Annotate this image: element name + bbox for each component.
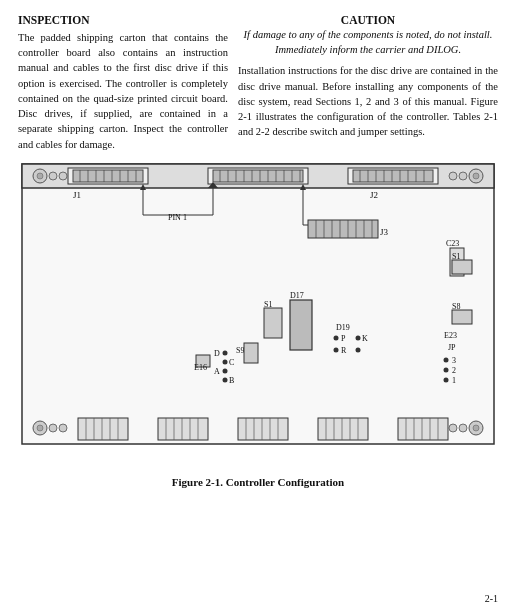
- pin1-label: PIN 1: [168, 213, 187, 222]
- svg-text:B: B: [229, 376, 234, 385]
- svg-text:R: R: [341, 346, 347, 355]
- svg-point-45: [59, 172, 67, 180]
- d19-label: D19: [336, 323, 350, 332]
- svg-text:3: 3: [452, 356, 456, 365]
- svg-rect-99: [238, 418, 288, 440]
- svg-text:P: P: [341, 334, 346, 343]
- svg-point-93: [223, 368, 228, 373]
- s8-label: S8: [452, 302, 460, 311]
- e23-label: E23: [444, 331, 457, 340]
- svg-rect-100: [318, 418, 368, 440]
- svg-text:C: C: [229, 358, 234, 367]
- svg-point-76: [444, 377, 449, 382]
- svg-point-39: [473, 173, 479, 179]
- c23-label: C23: [446, 239, 459, 248]
- svg-point-51: [449, 424, 457, 432]
- svg-rect-52: [308, 220, 378, 238]
- svg-point-91: [223, 359, 228, 364]
- svg-rect-70: [452, 260, 472, 274]
- svg-rect-87: [244, 343, 258, 363]
- svg-rect-101: [398, 418, 448, 440]
- svg-rect-79: [264, 308, 282, 338]
- page-number: 2-1: [485, 593, 498, 604]
- svg-text:A: A: [214, 367, 220, 376]
- inspection-heading: INSPECTION: [18, 14, 228, 26]
- svg-point-82: [356, 335, 361, 340]
- svg-text:K: K: [362, 334, 368, 343]
- inspection-body: The padded shipping carton that contains…: [18, 30, 228, 152]
- right-column: CAUTION If damage to any of the componen…: [238, 14, 498, 152]
- caution-heading: CAUTION: [238, 14, 498, 26]
- svg-point-46: [459, 172, 467, 180]
- top-section: INSPECTION The padded shipping carton th…: [18, 14, 498, 152]
- svg-rect-97: [78, 418, 128, 440]
- svg-point-72: [444, 357, 449, 362]
- svg-point-50: [459, 424, 467, 432]
- svg-point-49: [59, 424, 67, 432]
- d17-label: D17: [290, 291, 304, 300]
- svg-point-44: [49, 172, 57, 180]
- svg-rect-26: [353, 170, 433, 182]
- e16-label: E16: [194, 363, 207, 372]
- svg-point-86: [356, 347, 361, 352]
- svg-rect-13: [213, 170, 303, 182]
- svg-point-48: [49, 424, 57, 432]
- installation-body: Installation instructions for the disc d…: [238, 63, 498, 139]
- j2-label: J2: [370, 190, 378, 200]
- jp-label: JP: [448, 343, 456, 352]
- svg-point-84: [334, 347, 339, 352]
- svg-rect-0: [22, 164, 494, 444]
- svg-point-41: [37, 425, 43, 431]
- svg-point-89: [223, 350, 228, 355]
- left-column: INSPECTION The padded shipping carton th…: [18, 14, 228, 152]
- page: INSPECTION The padded shipping carton th…: [0, 0, 516, 612]
- svg-rect-3: [73, 170, 143, 182]
- s1-top-label: S1: [452, 252, 460, 261]
- j1-label: J1: [73, 190, 81, 200]
- svg-point-43: [473, 425, 479, 431]
- svg-rect-98: [158, 418, 208, 440]
- svg-point-74: [444, 367, 449, 372]
- svg-rect-71: [452, 310, 472, 324]
- svg-rect-78: [290, 300, 312, 350]
- caution-text: If damage to any of the components is no…: [238, 28, 498, 57]
- controller-diagram: C23 S1 S8 E23 JP 3 2 1 D17 S1 D19 P K R …: [18, 160, 498, 470]
- svg-text:1: 1: [452, 376, 456, 385]
- svg-point-37: [37, 173, 43, 179]
- svg-point-95: [223, 377, 228, 382]
- svg-text:2: 2: [452, 366, 456, 375]
- svg-point-80: [334, 335, 339, 340]
- svg-point-47: [449, 172, 457, 180]
- svg-text:D: D: [214, 349, 220, 358]
- figure-caption: Figure 2-1. Controller Configuration: [18, 476, 498, 488]
- s1-mid-label: S1: [264, 300, 272, 309]
- s9-label: S9: [236, 346, 244, 355]
- j3-label: J3: [380, 227, 389, 237]
